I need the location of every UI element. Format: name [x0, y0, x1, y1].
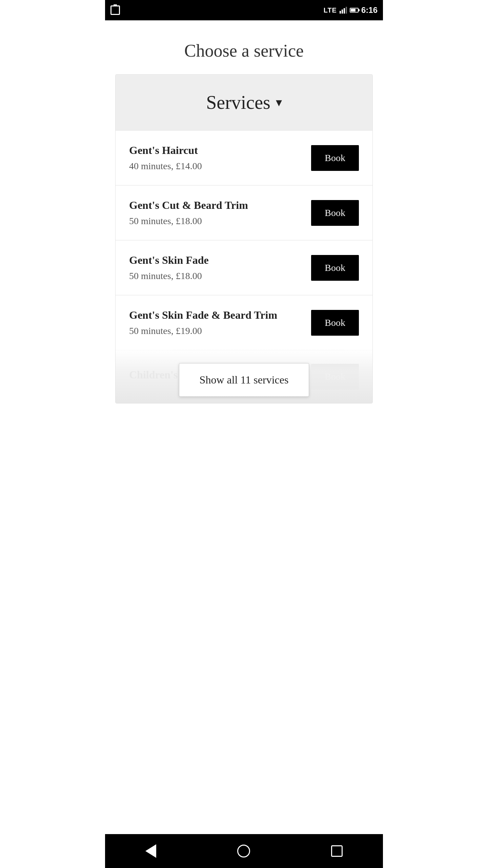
- service-info: Gent's Cut & Beard Trim 50 minutes, £18.…: [129, 199, 311, 226]
- service-details: 40 minutes, £14.00: [129, 161, 311, 172]
- service-details: 50 minutes, £18.00: [129, 271, 311, 281]
- network-type: LTE: [324, 6, 337, 14]
- service-name: Gent's Cut & Beard Trim: [129, 199, 311, 212]
- recent-apps-button[interactable]: [331, 845, 343, 857]
- page-title: Choose a service: [105, 20, 383, 74]
- back-icon: [145, 844, 156, 858]
- recent-apps-icon: [331, 845, 343, 857]
- service-details: 50 minutes, £18.00: [129, 216, 311, 226]
- back-button[interactable]: [145, 844, 156, 858]
- service-name: Gent's Skin Fade & Beard Trim: [129, 309, 311, 321]
- service-item: Gent's Skin Fade 50 minutes, £18.00 Book: [116, 240, 372, 295]
- home-button[interactable]: [237, 845, 250, 857]
- services-header[interactable]: Services ▾: [116, 75, 372, 130]
- services-header-label: Services: [206, 92, 270, 113]
- chevron-down-icon: ▾: [276, 95, 282, 110]
- show-all-overlay: Show all 11 services: [116, 350, 372, 403]
- signal-icon: [340, 7, 347, 14]
- time-display: 6:16: [361, 5, 378, 15]
- service-info: Gent's Haircut 40 minutes, £14.00: [129, 144, 311, 172]
- service-info: Gent's Skin Fade 50 minutes, £18.00: [129, 254, 311, 281]
- service-name: Gent's Skin Fade: [129, 254, 311, 267]
- services-section: Services ▾ Gent's Haircut 40 minutes, £1…: [115, 74, 373, 403]
- service-name: Gent's Haircut: [129, 144, 311, 157]
- bottom-navigation: [105, 834, 383, 868]
- service-item: Gent's Haircut 40 minutes, £14.00 Book: [116, 130, 372, 185]
- show-all-button[interactable]: Show all 11 services: [179, 363, 309, 397]
- status-bar-right: LTE 6:16: [324, 5, 378, 15]
- book-button[interactable]: Book: [311, 310, 359, 336]
- status-bar: LTE 6:16: [105, 0, 383, 20]
- content-area: Choose a service Services ▾ Gent's Hairc…: [105, 20, 383, 868]
- service-info: Gent's Skin Fade & Beard Trim 50 minutes…: [129, 309, 311, 336]
- service-details: 50 minutes, £19.00: [129, 326, 311, 336]
- status-bar-left: [110, 5, 120, 15]
- service-item: Gent's Skin Fade & Beard Trim 50 minutes…: [116, 295, 372, 350]
- battery-icon: [350, 8, 359, 13]
- book-button[interactable]: Book: [311, 145, 359, 171]
- book-button[interactable]: Book: [311, 200, 359, 226]
- service-item: Gent's Cut & Beard Trim 50 minutes, £18.…: [116, 185, 372, 240]
- home-icon: [237, 845, 250, 857]
- book-button[interactable]: Book: [311, 255, 359, 281]
- sd-card-icon: [110, 5, 120, 15]
- show-all-container: Children's Haircut Book Show all 11 serv…: [116, 350, 372, 403]
